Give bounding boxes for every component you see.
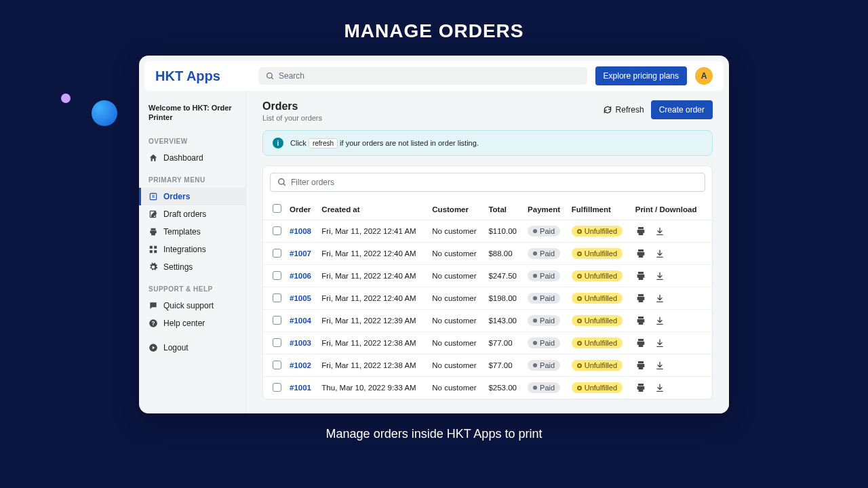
- col-customer: Customer: [428, 199, 484, 220]
- row-checkbox[interactable]: [273, 338, 281, 347]
- sidebar-item-orders[interactable]: Orders: [139, 188, 245, 205]
- order-link[interactable]: #1004: [290, 317, 311, 325]
- sidebar-item-dashboard[interactable]: Dashboard: [139, 149, 245, 167]
- info-icon: i: [273, 138, 283, 148]
- info-banner: i Click refresh if your orders are not l…: [262, 130, 713, 156]
- download-icon[interactable]: [654, 360, 665, 371]
- explore-pricing-button[interactable]: Explore pricing plans: [595, 66, 687, 85]
- page-subtitle: List of your orders: [262, 114, 322, 122]
- printer-icon: [149, 227, 158, 237]
- help-icon: ?: [149, 319, 158, 328]
- refresh-button[interactable]: Refresh: [603, 105, 644, 115]
- orders-card: Filter orders Order Created at Customer …: [262, 165, 713, 400]
- cell-total: $88.00: [484, 243, 524, 265]
- download-icon[interactable]: [654, 315, 665, 326]
- table-row[interactable]: #1005Fri, Mar 11, 2022 12:40 AMNo custom…: [263, 287, 712, 310]
- select-all-checkbox[interactable]: [273, 204, 281, 213]
- row-checkbox[interactable]: [273, 226, 281, 235]
- order-link[interactable]: #1003: [290, 339, 311, 347]
- main-content: Orders List of your orders Refresh Creat…: [246, 91, 729, 413]
- cell-customer: No customer: [428, 332, 484, 354]
- download-icon[interactable]: [654, 226, 665, 237]
- fulfillment-badge: Unfulfilled: [572, 226, 623, 237]
- sidebar-item-templates[interactable]: Templates: [139, 223, 245, 241]
- integrations-icon: [149, 245, 158, 254]
- sidebar-item-settings[interactable]: Settings: [139, 258, 245, 276]
- download-icon[interactable]: [654, 248, 665, 259]
- download-icon[interactable]: [654, 293, 665, 304]
- filter-input[interactable]: Filter orders: [270, 173, 705, 192]
- table-row[interactable]: #1006Fri, Mar 11, 2022 12:40 AMNo custom…: [263, 265, 712, 287]
- svg-point-11: [279, 179, 284, 184]
- download-icon[interactable]: [654, 270, 665, 281]
- section-overview-label: OVERVIEW: [139, 128, 245, 149]
- print-icon[interactable]: [635, 293, 646, 304]
- cell-customer: No customer: [428, 377, 484, 399]
- row-checkbox[interactable]: [273, 271, 281, 280]
- sidebar-item-quick-support[interactable]: Quick support: [139, 297, 245, 314]
- order-link[interactable]: #1006: [290, 272, 311, 280]
- table-row[interactable]: #1003Fri, Mar 11, 2022 12:38 AMNo custom…: [263, 332, 712, 354]
- table-row[interactable]: #1004Fri, Mar 11, 2022 12:39 AMNo custom…: [263, 310, 712, 332]
- download-icon[interactable]: [654, 338, 665, 348]
- sidebar-item-help-center[interactable]: ? Help center: [139, 314, 245, 332]
- svg-rect-7: [154, 250, 157, 253]
- cell-created: Fri, Mar 11, 2022 12:40 AM: [317, 243, 428, 265]
- print-icon[interactable]: [635, 248, 646, 259]
- section-support-label: SUPPORT & HELP: [139, 276, 245, 297]
- payment-badge: Paid: [528, 315, 560, 326]
- draft-icon: [149, 209, 158, 219]
- print-icon[interactable]: [635, 360, 646, 371]
- col-created: Created at: [317, 199, 428, 220]
- create-order-button[interactable]: Create order: [651, 100, 713, 119]
- print-icon[interactable]: [635, 315, 646, 326]
- table-row[interactable]: #1001Thu, Mar 10, 2022 9:33 AMNo custome…: [263, 377, 712, 399]
- order-link[interactable]: #1002: [290, 361, 311, 369]
- print-icon[interactable]: [635, 338, 646, 348]
- user-avatar[interactable]: A: [695, 67, 713, 85]
- banner-text: Click refresh if your orders are not lis…: [290, 139, 479, 147]
- payment-badge: Paid: [528, 226, 560, 237]
- row-checkbox[interactable]: [273, 361, 281, 369]
- row-checkbox[interactable]: [273, 293, 281, 302]
- fulfillment-badge: Unfulfilled: [572, 382, 623, 393]
- page-title: Orders: [262, 100, 322, 113]
- table-row[interactable]: #1002Fri, Mar 11, 2022 12:38 AMNo custom…: [263, 354, 712, 377]
- table-row[interactable]: #1007Fri, Mar 11, 2022 12:40 AMNo custom…: [263, 243, 712, 265]
- search-icon: [277, 178, 287, 187]
- cell-total: $253.00: [484, 377, 524, 399]
- refresh-icon: [603, 105, 612, 115]
- sidebar-item-draft-orders[interactable]: Draft orders: [139, 205, 245, 223]
- cell-customer: No customer: [428, 287, 484, 310]
- sidebar-item-integrations[interactable]: Integrations: [139, 241, 245, 258]
- order-link[interactable]: #1005: [290, 294, 311, 302]
- fulfillment-badge: Unfulfilled: [572, 293, 623, 304]
- order-link[interactable]: #1007: [290, 249, 311, 258]
- cell-created: Fri, Mar 11, 2022 12:40 AM: [317, 287, 428, 310]
- order-link[interactable]: #1001: [290, 384, 311, 392]
- cell-created: Fri, Mar 11, 2022 12:40 AM: [317, 265, 428, 287]
- banner-code: refresh: [309, 138, 338, 148]
- table-row[interactable]: #1008Fri, Mar 11, 2022 12:41 AMNo custom…: [263, 220, 712, 243]
- print-icon[interactable]: [635, 270, 646, 281]
- row-checkbox[interactable]: [273, 383, 281, 392]
- download-icon[interactable]: [654, 382, 665, 393]
- row-checkbox[interactable]: [273, 316, 281, 325]
- print-icon[interactable]: [635, 382, 646, 393]
- order-link[interactable]: #1008: [290, 227, 311, 235]
- brand-logo[interactable]: HKT Apps: [155, 68, 250, 84]
- orders-icon: [149, 192, 158, 201]
- app-window: HKT Apps Search Explore pricing plans A …: [139, 56, 729, 413]
- global-search[interactable]: Search: [258, 67, 587, 85]
- payment-badge: Paid: [528, 248, 560, 259]
- section-primary-label: PRIMARY MENU: [139, 167, 245, 188]
- payment-badge: Paid: [528, 270, 560, 281]
- sidebar-item-logout[interactable]: Logout: [139, 339, 245, 357]
- svg-rect-6: [150, 250, 153, 253]
- search-placeholder: Search: [279, 71, 304, 81]
- row-checkbox[interactable]: [273, 249, 281, 258]
- payment-badge: Paid: [528, 382, 560, 393]
- payment-badge: Paid: [528, 360, 560, 371]
- print-icon[interactable]: [635, 226, 646, 237]
- cell-customer: No customer: [428, 220, 484, 243]
